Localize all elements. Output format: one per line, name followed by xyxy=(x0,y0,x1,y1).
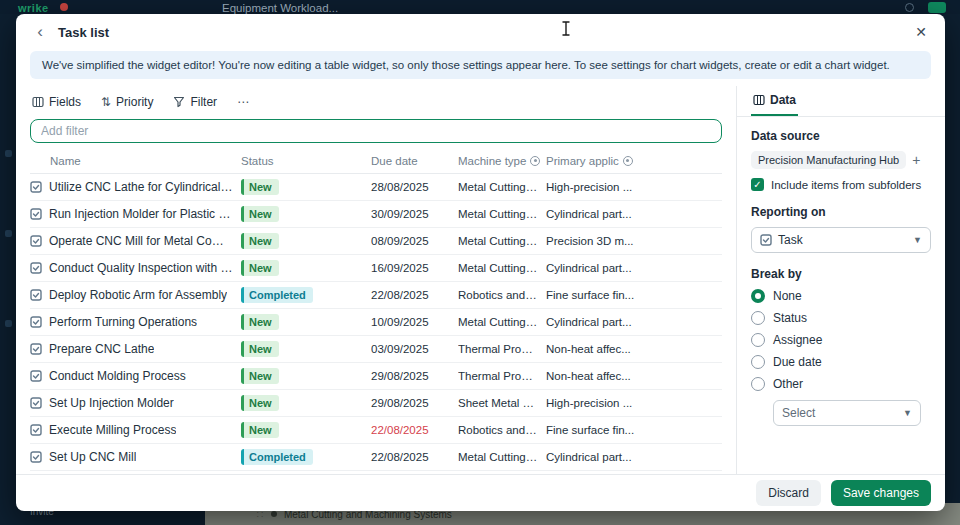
task-name-cell[interactable]: Perform Turning Operations xyxy=(30,315,241,329)
save-changes-button[interactable]: Save changes xyxy=(831,480,931,506)
task-icon xyxy=(30,316,42,328)
status-badge[interactable]: New xyxy=(241,395,279,411)
priority-sort-button[interactable]: ⇅ Priority xyxy=(101,95,153,109)
column-header-name[interactable]: Name xyxy=(30,155,241,167)
primary-application: Fine surface fin... xyxy=(546,289,722,301)
fields-button[interactable]: Fields xyxy=(32,95,81,109)
custom-field-icon xyxy=(530,156,540,166)
machine-type: Metal Cutting a... xyxy=(458,208,546,220)
status-cell: New xyxy=(241,206,371,222)
table-row[interactable]: Perform Turning OperationsNew10/09/2025M… xyxy=(30,309,722,336)
status-badge[interactable]: New xyxy=(241,314,279,330)
task-name-cell[interactable]: Conduct Molding Process xyxy=(30,369,241,383)
task-name-cell[interactable]: Deploy Robotic Arm for Assembly xyxy=(30,288,241,302)
sort-icon: ⇅ xyxy=(101,95,111,109)
task-name-cell[interactable]: Operate CNC Mill for Metal Component xyxy=(30,234,241,248)
machine-type: Robotics and A... xyxy=(458,289,546,301)
info-banner: We've simplified the widget editor! You'… xyxy=(30,51,931,79)
filter-button[interactable]: Filter xyxy=(173,95,217,109)
task-icon xyxy=(30,370,42,382)
task-name: Deploy Robotic Arm for Assembly xyxy=(49,288,227,302)
status-badge[interactable]: New xyxy=(241,422,279,438)
column-header-primary-application[interactable]: Primary applic xyxy=(546,155,722,167)
close-icon[interactable]: ✕ xyxy=(911,22,931,42)
status-badge[interactable]: New xyxy=(241,260,279,276)
data-tab-icon xyxy=(753,94,765,106)
due-date: 22/08/2025 xyxy=(371,424,458,436)
radio-icon[interactable] xyxy=(751,333,765,347)
app-logo: wrike xyxy=(18,2,49,14)
more-options-button[interactable]: ⋯ xyxy=(237,95,249,109)
table-row[interactable]: Conduct Quality Inspection with CMMNew16… xyxy=(30,255,722,282)
table-toolbar: Fields ⇅ Priority Filter ⋯ xyxy=(16,86,736,118)
task-name-cell[interactable]: Execute Milling Process xyxy=(30,423,241,437)
task-name: Execute Milling Process xyxy=(49,423,176,437)
task-icon xyxy=(30,397,42,409)
table-body: Utilize CNC Lathe for Cylindrical PartsN… xyxy=(30,174,722,471)
radio-icon[interactable] xyxy=(751,355,765,369)
status-badge[interactable]: New xyxy=(241,368,279,384)
break-by-option-status[interactable]: Status xyxy=(751,311,931,325)
table-row[interactable]: Utilize CNC Lathe for Cylindrical PartsN… xyxy=(30,174,722,201)
add-source-icon[interactable]: + xyxy=(912,153,920,167)
checkbox-checked-icon[interactable]: ✓ xyxy=(751,178,764,191)
sidebar-icon xyxy=(5,320,12,327)
table-row[interactable]: Run Injection Molder for Plastic PartsNe… xyxy=(30,201,722,228)
add-filter-input[interactable] xyxy=(30,119,722,143)
table-row[interactable]: Operate CNC Mill for Metal ComponentNew0… xyxy=(30,228,722,255)
machine-type: Thermal Proces... xyxy=(458,370,546,382)
task-name-cell[interactable]: Set Up Injection Molder xyxy=(30,396,241,410)
task-icon xyxy=(30,424,42,436)
radio-icon[interactable] xyxy=(751,311,765,325)
sidebar-icon xyxy=(5,150,12,157)
table-row[interactable]: Set Up CNC MillCompleted22/08/2025Metal … xyxy=(30,444,722,471)
break-by-option-other[interactable]: Other xyxy=(751,377,931,391)
table-row[interactable]: Execute Milling ProcessNew22/08/2025Robo… xyxy=(30,417,722,444)
status-cell: New xyxy=(241,395,371,411)
status-badge[interactable]: Completed xyxy=(241,449,313,465)
panel-tabbar: Data xyxy=(737,86,945,117)
column-header-due-date[interactable]: Due date xyxy=(371,155,458,167)
status-badge[interactable]: New xyxy=(241,341,279,357)
column-header-machine-type[interactable]: Machine type xyxy=(458,155,546,167)
data-source-chip[interactable]: Precision Manufacturing Hub xyxy=(751,151,906,169)
task-name-cell[interactable]: Utilize CNC Lathe for Cylindrical Parts xyxy=(30,180,241,194)
task-icon xyxy=(30,208,42,220)
break-by-option-due-date[interactable]: Due date xyxy=(751,355,931,369)
column-header-status[interactable]: Status xyxy=(241,155,371,167)
table-row[interactable]: Deploy Robotic Arm for AssemblyCompleted… xyxy=(30,282,722,309)
due-date: 03/09/2025 xyxy=(371,343,458,355)
dialog-header: ‹ Task list ✕ xyxy=(16,14,945,50)
task-name-cell[interactable]: Conduct Quality Inspection with CMM xyxy=(30,261,241,275)
avatar[interactable] xyxy=(928,2,946,13)
help-icon[interactable] xyxy=(905,3,914,12)
status-cell: Completed xyxy=(241,287,371,303)
task-table: Name Status Due date Machine type Primar… xyxy=(16,148,736,474)
table-row[interactable]: Prepare CNC LatheNew03/09/2025Thermal Pr… xyxy=(30,336,722,363)
radio-icon[interactable] xyxy=(751,377,765,391)
task-name-cell[interactable]: Prepare CNC Lathe xyxy=(30,342,241,356)
task-name-cell[interactable]: Set Up CNC Mill xyxy=(30,450,241,464)
status-badge[interactable]: New xyxy=(241,179,279,195)
due-date: 30/09/2025 xyxy=(371,208,458,220)
widget-editor-dialog: ‹ Task list ✕ We've simplified the widge… xyxy=(16,14,945,511)
other-field-select[interactable]: Select ▼ xyxy=(773,400,921,426)
tab-data[interactable]: Data xyxy=(751,87,798,116)
back-button[interactable]: ‹ xyxy=(30,22,50,42)
table-row[interactable]: Set Up Injection MolderNew29/08/2025Shee… xyxy=(30,390,722,417)
task-icon xyxy=(30,343,42,355)
table-header: Name Status Due date Machine type Primar… xyxy=(30,148,722,174)
status-badge[interactable]: New xyxy=(241,206,279,222)
task-name: Conduct Quality Inspection with CMM xyxy=(49,261,233,275)
radio-icon[interactable] xyxy=(751,289,765,303)
subfolders-checkbox-row[interactable]: ✓ Include items from subfolders xyxy=(751,178,931,191)
reporting-on-select[interactable]: Task ▼ xyxy=(751,227,931,253)
status-badge[interactable]: New xyxy=(241,233,279,249)
status-cell: New xyxy=(241,260,371,276)
break-by-option-assignee[interactable]: Assignee xyxy=(751,333,931,347)
discard-button[interactable]: Discard xyxy=(756,480,821,506)
break-by-option-none[interactable]: None xyxy=(751,289,931,303)
table-row[interactable]: Conduct Molding ProcessNew29/08/2025Ther… xyxy=(30,363,722,390)
task-name-cell[interactable]: Run Injection Molder for Plastic Parts xyxy=(30,207,241,221)
status-badge[interactable]: Completed xyxy=(241,287,313,303)
